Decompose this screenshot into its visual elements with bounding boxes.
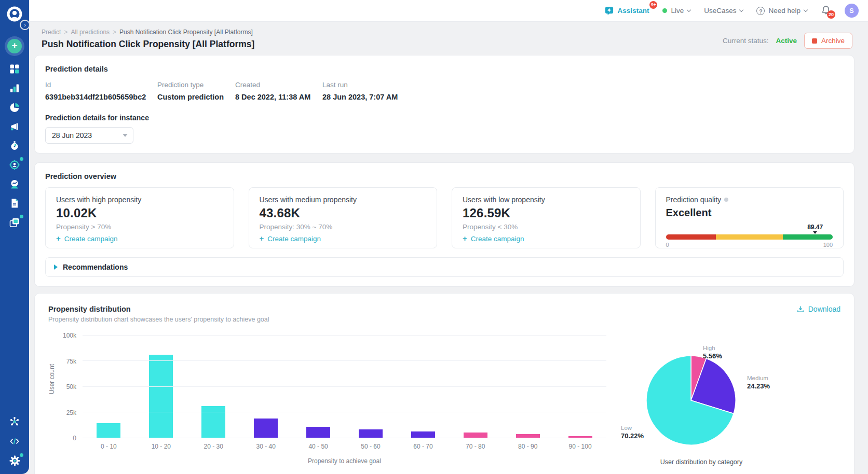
archive-button[interactable]: Archive [804, 33, 852, 49]
bar-90-100[interactable] [554, 336, 606, 438]
marker-triangle-icon [813, 231, 817, 234]
stat-title: Users with low propensity [463, 196, 630, 204]
bar-rect [306, 427, 330, 438]
info-icon[interactable] [724, 198, 728, 202]
breadcrumb: Predict > All predictions > Push Notific… [42, 29, 254, 36]
recommendations-expander[interactable]: Recommendations [45, 257, 844, 277]
archive-label: Archive [821, 37, 845, 45]
bar-10-20[interactable] [135, 336, 187, 438]
stat-card-medium-propensity: Users with medium propensity 43.68K Prop… [249, 187, 438, 248]
field-label: Created [235, 81, 322, 89]
sidebar-item-flows[interactable] [8, 140, 21, 151]
bar-chart-yticks: 025k50k75k100k [60, 336, 83, 438]
bar-80-90[interactable] [501, 336, 554, 438]
network-icon [9, 416, 20, 427]
bar-rect [97, 423, 120, 438]
stat-subtitle: Propensity > 70% [56, 223, 223, 231]
notifications-button[interactable]: 20 [821, 5, 831, 17]
gauge-segment [716, 234, 783, 240]
sidebar-item-templates[interactable] [8, 197, 21, 209]
sidebar-create-button[interactable]: + [5, 36, 24, 56]
bar-rect [149, 355, 173, 438]
instance-date-select[interactable]: 28 Jun 2023 [45, 127, 133, 144]
field-value: 8 Dec 2022, 11:38 AM [235, 93, 322, 101]
create-campaign-low-link[interactable]: + Create campaign [463, 235, 524, 243]
gauge-segment [783, 234, 833, 240]
sidebar-item-channels[interactable] [8, 216, 21, 228]
field-value: Custom prediction [157, 93, 235, 101]
x-tick-label: 30 - 40 [240, 443, 292, 450]
sidebar-item-analytics[interactable] [8, 82, 21, 94]
propensity-distribution-card: Propensity distribution Propensity distr… [34, 293, 855, 474]
gridline [83, 335, 606, 336]
archive-icon [812, 38, 817, 44]
field-created: Created 8 Dec 2022, 11:38 AM [235, 81, 322, 101]
sidebar-item-developer[interactable] [8, 435, 21, 447]
sidebar-item-campaigns[interactable] [8, 120, 21, 132]
create-campaign-high-link[interactable]: + Create campaign [56, 235, 118, 243]
pie-label-high: High 5.56% [703, 345, 722, 360]
usecases-menu[interactable]: UseCases [704, 7, 743, 15]
bar-60-70[interactable] [397, 336, 449, 438]
download-icon [796, 305, 805, 313]
sidebar-item-personalize[interactable] [8, 178, 21, 190]
bar-chart-ylabel: User count [48, 364, 56, 394]
create-campaign-medium-link[interactable]: + Create campaign [260, 235, 321, 243]
app-root: › + [0, 0, 868, 474]
breadcrumb-predict[interactable]: Predict [42, 29, 61, 36]
propensity-bar-chart: User count 025k50k75k100k 0 - 1010 - 202… [48, 336, 606, 474]
bar-20-30[interactable] [187, 336, 240, 438]
quality-gauge-segments [666, 234, 833, 240]
stat-subtitle: Propensity < 30% [463, 223, 630, 231]
breadcrumb-all-predictions[interactable]: All predictions [71, 29, 110, 36]
sidebar-item-settings[interactable] [8, 455, 21, 467]
bar-0-10[interactable] [83, 336, 135, 438]
sidebar-item-dashboard[interactable] [8, 63, 21, 75]
pie-svg[interactable] [645, 355, 737, 446]
recommendations-label: Recommendations [63, 263, 128, 271]
chevron-down-icon [123, 134, 128, 137]
x-tick-label: 90 - 100 [554, 443, 606, 450]
pie-label-value: 24.23% [747, 382, 770, 390]
avatar[interactable]: S [845, 4, 859, 18]
stopwatch-icon [9, 140, 20, 151]
live-dot-icon [662, 8, 667, 13]
bars-row [83, 336, 606, 438]
question-icon: ? [756, 7, 765, 15]
brand-logo-icon [7, 6, 22, 22]
bar-chart-plot [83, 336, 606, 438]
bar-40-50[interactable] [292, 336, 345, 438]
user-trend-icon [9, 178, 20, 190]
notifications-badge: 20 [827, 10, 835, 19]
gridline [83, 412, 606, 412]
stat-value: 126.59K [463, 206, 630, 220]
notification-dot [20, 215, 23, 218]
bar-50-60[interactable] [345, 336, 397, 438]
gauge-min-label: 0 [666, 242, 669, 248]
bar-70-80[interactable] [449, 336, 501, 438]
pie-label-name: Medium [747, 375, 770, 381]
sidebar-item-integrations[interactable] [8, 415, 21, 427]
field-label: Last run [322, 81, 398, 89]
assistant-badge: 9+ [649, 1, 657, 9]
brand-logo[interactable] [7, 6, 22, 24]
distribution-subtitle: Propensity distribution chart showcases … [48, 316, 269, 323]
code-icon [9, 436, 20, 447]
stat-title: Users with medium propensity [260, 196, 427, 204]
download-button[interactable]: Download [796, 305, 840, 313]
y-tick-label: 25k [66, 409, 76, 416]
distribution-title: Propensity distribution [48, 305, 269, 313]
assistant-label: Assistant [618, 7, 649, 15]
assistant-button[interactable]: Assistant 9+ [604, 6, 649, 16]
gear-icon [9, 455, 21, 467]
sidebar-expand-button[interactable]: › [20, 20, 30, 30]
bar-30-40[interactable] [240, 336, 292, 438]
quality-value: Excellent [666, 207, 833, 219]
breadcrumb-separator: > [64, 29, 67, 36]
plus-icon: + [7, 39, 22, 53]
need-help-menu[interactable]: ? Need help [756, 7, 807, 15]
sidebar-item-audience[interactable] [8, 159, 21, 171]
sidebar-item-segments[interactable] [8, 101, 21, 113]
environment-selector[interactable]: Live [662, 7, 690, 15]
prediction-details-card: Prediction details Id 6391beb314df21b605… [34, 55, 855, 154]
